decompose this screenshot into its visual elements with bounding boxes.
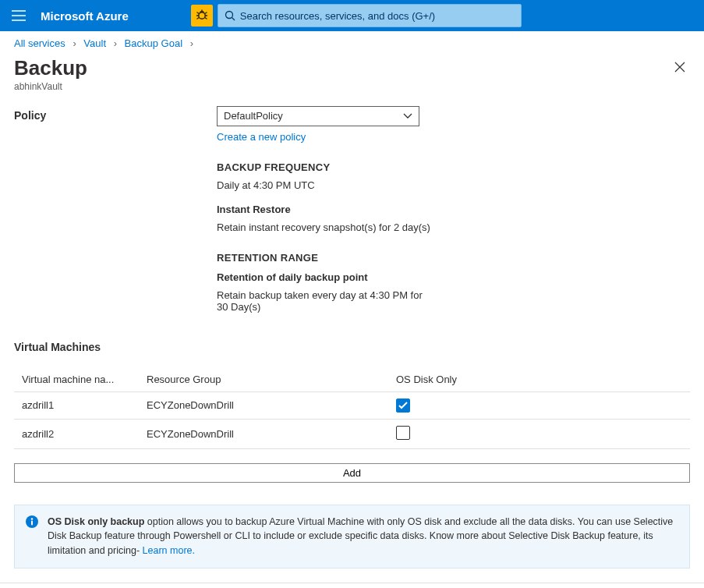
vm-name-cell: azdrill2: [14, 419, 139, 448]
breadcrumb-item-all-services[interactable]: All services: [14, 37, 65, 49]
create-policy-link[interactable]: Create a new policy: [217, 131, 306, 143]
topbar: Microsoft Azure: [0, 0, 704, 31]
vm-name-cell: azdrill1: [14, 391, 139, 419]
page-subtitle: abhinkVault: [14, 81, 87, 92]
info-icon: [26, 515, 38, 528]
footer: Enable Backup: [0, 583, 704, 588]
policy-selected-value: DefaultPolicy: [224, 110, 283, 122]
chevron-right-icon: ›: [73, 37, 76, 49]
vm-table: Virtual machine na... Resource Group OS …: [14, 367, 690, 449]
info-bold: OS Disk only backup: [48, 516, 144, 527]
breadcrumb-item-vault[interactable]: Vault: [83, 37, 106, 49]
close-icon: [674, 62, 685, 73]
hamburger-icon: [12, 10, 26, 21]
backup-frequency-text: Daily at 4:30 PM UTC: [217, 179, 544, 191]
chevron-right-icon: ›: [114, 37, 117, 49]
svg-point-1: [225, 12, 232, 19]
backup-frequency-heading: BACKUP FREQUENCY: [217, 161, 544, 173]
policy-select[interactable]: DefaultPolicy: [217, 106, 419, 126]
vm-rg-cell: ECYZoneDownDrill: [139, 391, 388, 419]
chevron-right-icon: ›: [190, 37, 193, 49]
table-row: azdrill1 ECYZoneDownDrill: [14, 391, 690, 419]
search-icon: [225, 10, 235, 21]
svg-rect-4: [31, 520, 33, 525]
col-resource-group[interactable]: Resource Group: [139, 367, 388, 392]
instant-restore-heading: Instant Restore: [217, 204, 544, 215]
policy-label: Policy: [14, 106, 217, 122]
breadcrumb-item-backup-goal[interactable]: Backup Goal: [125, 37, 182, 49]
search-bar[interactable]: [218, 4, 522, 27]
chevron-down-icon: [403, 113, 412, 119]
bug-icon: [196, 9, 208, 22]
os-disk-checkbox[interactable]: [396, 426, 410, 440]
os-disk-checkbox[interactable]: [396, 398, 410, 413]
instant-restore-text: Retain instant recovery snapshot(s) for …: [217, 221, 544, 233]
page-title: Backup: [14, 57, 87, 80]
panel: Backup abhinkVault Policy DefaultPolicy …: [0, 57, 704, 583]
learn-more-link[interactable]: Learn more.: [143, 545, 195, 556]
virtual-machines-heading: Virtual Machines: [14, 341, 690, 353]
retention-daily-text: Retain backup taken every day at 4:30 PM…: [217, 289, 435, 313]
brand: Microsoft Azure: [37, 9, 135, 23]
close-button[interactable]: [670, 57, 690, 77]
info-box: OS Disk only backup option allows you to…: [14, 505, 690, 569]
vm-rg-cell: ECYZoneDownDrill: [139, 419, 388, 448]
search-input[interactable]: [235, 10, 515, 22]
col-os-disk-only[interactable]: OS Disk Only: [388, 367, 690, 392]
info-text: OS Disk only backup option allows you to…: [48, 515, 678, 558]
add-button[interactable]: Add: [14, 463, 690, 483]
svg-point-3: [31, 518, 33, 519]
table-row: azdrill2 ECYZoneDownDrill: [14, 419, 690, 448]
breadcrumb: All services › Vault › Backup Goal ›: [0, 31, 704, 57]
retention-range-heading: RETENTION RANGE: [217, 252, 544, 264]
check-icon: [398, 402, 408, 409]
retention-daily-heading: Retention of daily backup point: [217, 271, 544, 283]
svg-point-0: [199, 12, 205, 19]
feedback-bug-button[interactable]: [191, 5, 213, 27]
hamburger-menu-button[interactable]: [0, 0, 37, 31]
col-vm-name[interactable]: Virtual machine na...: [14, 367, 139, 392]
